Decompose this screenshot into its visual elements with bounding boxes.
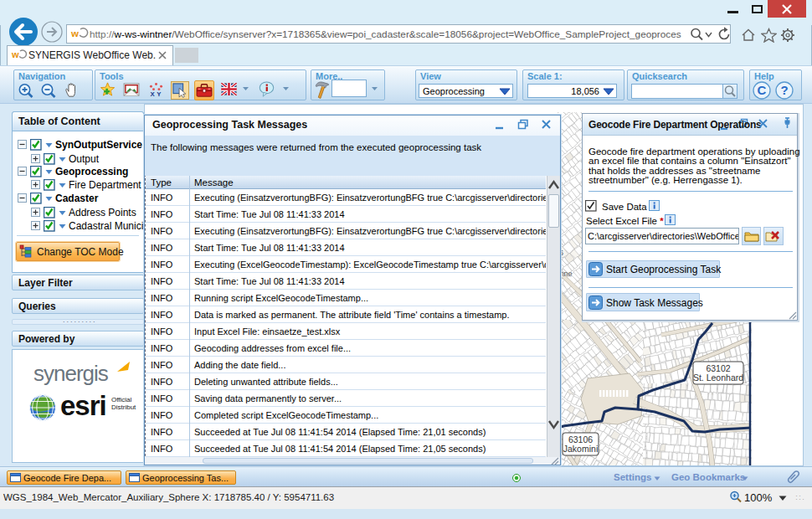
svg-text:X: X: [151, 90, 156, 98]
svg-text:?: ?: [781, 83, 789, 97]
svg-text:C: C: [758, 83, 767, 97]
svg-text:Y: Y: [157, 90, 162, 98]
